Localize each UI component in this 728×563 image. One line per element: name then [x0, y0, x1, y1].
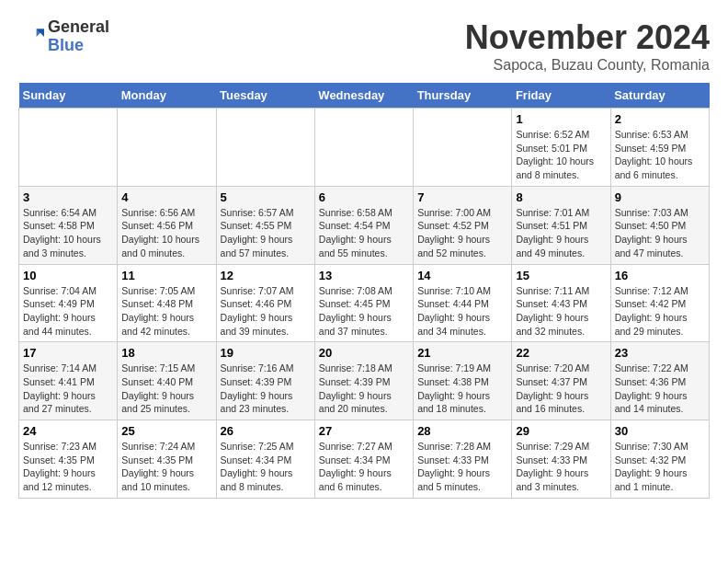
- calendar-cell: 23Sunrise: 7:22 AM Sunset: 4:36 PM Dayli…: [610, 342, 709, 420]
- logo-general-text: General: [48, 18, 109, 37]
- day-info: Sunrise: 7:00 AM Sunset: 4:52 PM Dayligh…: [417, 206, 507, 260]
- day-number: 17: [23, 346, 113, 360]
- calendar-cell: 26Sunrise: 7:25 AM Sunset: 4:34 PM Dayli…: [216, 420, 314, 499]
- day-info: Sunrise: 7:18 AM Sunset: 4:39 PM Dayligh…: [319, 362, 409, 416]
- calendar-week-row: 17Sunrise: 7:14 AM Sunset: 4:41 PM Dayli…: [19, 342, 710, 420]
- calendar-cell: 20Sunrise: 7:18 AM Sunset: 4:39 PM Dayli…: [314, 342, 413, 420]
- calendar-header-row: SundayMondayTuesdayWednesdayThursdayFrid…: [19, 83, 710, 109]
- calendar-cell: 11Sunrise: 7:05 AM Sunset: 4:48 PM Dayli…: [118, 264, 216, 342]
- day-info: Sunrise: 7:12 AM Sunset: 4:42 PM Dayligh…: [615, 284, 705, 339]
- title-section: November 2024 Sapoca, Buzau County, Roma…: [465, 18, 710, 74]
- day-number: 16: [615, 269, 705, 282]
- day-info: Sunrise: 7:30 AM Sunset: 4:32 PM Dayligh…: [615, 440, 705, 494]
- day-number: 1: [516, 112, 606, 126]
- calendar-cell: 2Sunrise: 6:53 AM Sunset: 4:59 PM Daylig…: [610, 109, 709, 187]
- day-number: 6: [319, 190, 409, 204]
- day-info: Sunrise: 7:29 AM Sunset: 4:33 PM Dayligh…: [516, 440, 606, 494]
- logo-blue-text: Blue: [48, 37, 109, 55]
- day-number: 4: [121, 190, 211, 204]
- calendar-cell: 21Sunrise: 7:19 AM Sunset: 4:38 PM Dayli…: [414, 342, 512, 420]
- day-number: 3: [23, 190, 113, 204]
- weekday-header-tuesday: Tuesday: [216, 83, 314, 109]
- day-info: Sunrise: 7:25 AM Sunset: 4:34 PM Dayligh…: [221, 440, 311, 494]
- calendar-cell: 8Sunrise: 7:01 AM Sunset: 4:51 PM Daylig…: [512, 186, 610, 264]
- day-number: 12: [221, 269, 311, 282]
- calendar-cell: 16Sunrise: 7:12 AM Sunset: 4:42 PM Dayli…: [610, 264, 709, 342]
- calendar-cell: 25Sunrise: 7:24 AM Sunset: 4:35 PM Dayli…: [118, 420, 216, 499]
- day-info: Sunrise: 7:11 AM Sunset: 4:43 PM Dayligh…: [516, 284, 606, 339]
- calendar-table: SundayMondayTuesdayWednesdayThursdayFrid…: [18, 83, 710, 499]
- day-number: 24: [23, 424, 113, 438]
- day-info: Sunrise: 7:22 AM Sunset: 4:36 PM Dayligh…: [615, 362, 705, 416]
- day-number: 23: [615, 346, 705, 360]
- calendar-cell: 17Sunrise: 7:14 AM Sunset: 4:41 PM Dayli…: [19, 342, 118, 420]
- weekday-header-thursday: Thursday: [414, 83, 512, 109]
- calendar-cell: [414, 109, 512, 187]
- calendar-cell: [118, 109, 216, 187]
- calendar-week-row: 24Sunrise: 7:23 AM Sunset: 4:35 PM Dayli…: [19, 420, 710, 499]
- calendar-cell: 13Sunrise: 7:08 AM Sunset: 4:45 PM Dayli…: [314, 264, 413, 342]
- calendar-week-row: 3Sunrise: 6:54 AM Sunset: 4:58 PM Daylig…: [19, 186, 710, 264]
- day-info: Sunrise: 7:10 AM Sunset: 4:44 PM Dayligh…: [417, 284, 507, 339]
- calendar-cell: 6Sunrise: 6:58 AM Sunset: 4:54 PM Daylig…: [314, 186, 413, 264]
- day-number: 22: [516, 346, 606, 360]
- day-info: Sunrise: 7:01 AM Sunset: 4:51 PM Dayligh…: [516, 206, 606, 260]
- calendar-cell: 29Sunrise: 7:29 AM Sunset: 4:33 PM Dayli…: [512, 420, 610, 499]
- day-number: 11: [121, 269, 211, 282]
- day-info: Sunrise: 7:23 AM Sunset: 4:35 PM Dayligh…: [23, 440, 113, 494]
- day-number: 20: [319, 346, 409, 360]
- day-number: 14: [417, 269, 507, 282]
- day-number: 19: [221, 346, 311, 360]
- calendar-cell: [216, 109, 314, 187]
- day-info: Sunrise: 7:03 AM Sunset: 4:50 PM Dayligh…: [615, 206, 705, 260]
- day-info: Sunrise: 7:14 AM Sunset: 4:41 PM Dayligh…: [23, 362, 113, 416]
- weekday-header-sunday: Sunday: [19, 83, 118, 109]
- calendar-cell: [19, 109, 118, 187]
- day-number: 8: [516, 190, 606, 204]
- day-number: 10: [23, 269, 113, 282]
- weekday-header-friday: Friday: [512, 83, 610, 109]
- day-info: Sunrise: 7:27 AM Sunset: 4:34 PM Dayligh…: [319, 440, 409, 494]
- day-number: 13: [319, 269, 409, 282]
- calendar-cell: 10Sunrise: 7:04 AM Sunset: 4:49 PM Dayli…: [19, 264, 118, 342]
- calendar-cell: [314, 109, 413, 187]
- calendar-week-row: 10Sunrise: 7:04 AM Sunset: 4:49 PM Dayli…: [19, 264, 710, 342]
- day-number: 2: [615, 112, 705, 126]
- logo: General Blue: [18, 18, 109, 55]
- day-info: Sunrise: 6:58 AM Sunset: 4:54 PM Dayligh…: [319, 206, 409, 260]
- day-info: Sunrise: 7:20 AM Sunset: 4:37 PM Dayligh…: [516, 362, 606, 416]
- day-number: 26: [221, 424, 311, 438]
- calendar-cell: 9Sunrise: 7:03 AM Sunset: 4:50 PM Daylig…: [610, 186, 709, 264]
- day-info: Sunrise: 7:24 AM Sunset: 4:35 PM Dayligh…: [121, 440, 211, 494]
- day-number: 5: [221, 190, 311, 204]
- day-number: 27: [319, 424, 409, 438]
- day-number: 28: [417, 424, 507, 438]
- calendar-cell: 15Sunrise: 7:11 AM Sunset: 4:43 PM Dayli…: [512, 264, 610, 342]
- day-info: Sunrise: 7:04 AM Sunset: 4:49 PM Dayligh…: [23, 284, 113, 339]
- calendar-cell: 5Sunrise: 6:57 AM Sunset: 4:55 PM Daylig…: [216, 186, 314, 264]
- day-number: 29: [516, 424, 606, 438]
- day-number: 15: [516, 269, 606, 282]
- calendar-cell: 4Sunrise: 6:56 AM Sunset: 4:56 PM Daylig…: [118, 186, 216, 264]
- day-info: Sunrise: 6:57 AM Sunset: 4:55 PM Dayligh…: [221, 206, 311, 260]
- calendar-cell: 27Sunrise: 7:27 AM Sunset: 4:34 PM Dayli…: [314, 420, 413, 499]
- calendar-cell: 18Sunrise: 7:15 AM Sunset: 4:40 PM Dayli…: [118, 342, 216, 420]
- day-number: 21: [417, 346, 507, 360]
- calendar-cell: 30Sunrise: 7:30 AM Sunset: 4:32 PM Dayli…: [610, 420, 709, 499]
- location-subtitle: Sapoca, Buzau County, Romania: [465, 57, 710, 74]
- calendar-cell: 1Sunrise: 6:52 AM Sunset: 5:01 PM Daylig…: [512, 109, 610, 187]
- calendar-cell: 24Sunrise: 7:23 AM Sunset: 4:35 PM Dayli…: [19, 420, 118, 499]
- day-number: 18: [121, 346, 211, 360]
- day-number: 30: [615, 424, 705, 438]
- logo-text: General Blue: [48, 18, 109, 55]
- calendar-cell: 7Sunrise: 7:00 AM Sunset: 4:52 PM Daylig…: [414, 186, 512, 264]
- calendar-cell: 3Sunrise: 6:54 AM Sunset: 4:58 PM Daylig…: [19, 186, 118, 264]
- day-info: Sunrise: 6:54 AM Sunset: 4:58 PM Dayligh…: [23, 206, 113, 260]
- page-header: General Blue November 2024 Sapoca, Buzau…: [18, 18, 710, 74]
- day-number: 7: [417, 190, 507, 204]
- calendar-cell: 28Sunrise: 7:28 AM Sunset: 4:33 PM Dayli…: [414, 420, 512, 499]
- day-info: Sunrise: 7:19 AM Sunset: 4:38 PM Dayligh…: [417, 362, 507, 416]
- day-info: Sunrise: 7:05 AM Sunset: 4:48 PM Dayligh…: [121, 284, 211, 339]
- calendar-cell: 22Sunrise: 7:20 AM Sunset: 4:37 PM Dayli…: [512, 342, 610, 420]
- calendar-cell: 14Sunrise: 7:10 AM Sunset: 4:44 PM Dayli…: [414, 264, 512, 342]
